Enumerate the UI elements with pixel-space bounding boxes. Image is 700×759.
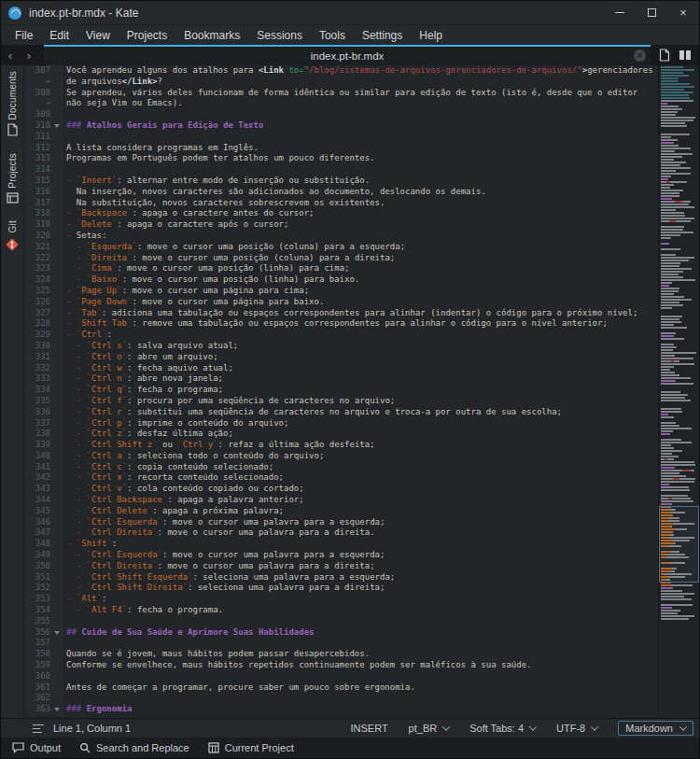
editor-line[interactable]: 346 - `Ctrl Esquerda`: move o cursor uma…: [24, 517, 658, 528]
line-number[interactable]: 357: [24, 638, 52, 649]
sidebar-tab-projects[interactable]: Projects: [7, 149, 19, 207]
line-number[interactable]: 337: [24, 418, 52, 429]
editor-line[interactable]: 351 - `Ctrl Shift Esquerda`: seleciona u…: [24, 572, 658, 583]
dictionary-select[interactable]: pt_BR: [409, 723, 450, 734]
line-number[interactable]: 351: [24, 572, 52, 583]
editor-line[interactable]: 312A lista considera programas em Inglês…: [24, 143, 658, 154]
fold-column[interactable]: [52, 495, 63, 506]
line-number[interactable]: 335: [24, 396, 52, 407]
minimize-button[interactable]: [604, 1, 636, 24]
line-number[interactable]: 307: [24, 65, 52, 77]
line-number[interactable]: 356: [24, 627, 52, 639]
menu-bookmarks[interactable]: Bookmarks: [175, 27, 248, 44]
fold-column[interactable]: [52, 219, 63, 231]
line-number[interactable]: 324: [24, 274, 52, 286]
editor-line[interactable]: 325- `Page Up`: move o cursor uma página…: [24, 286, 658, 297]
fold-column[interactable]: [52, 341, 63, 352]
menu-projects[interactable]: Projects: [119, 27, 175, 44]
toolview-button-output[interactable]: Output: [12, 742, 61, 753]
editor-line[interactable]: 336 - `Ctrl r`: substitui uma seqüência …: [24, 407, 658, 418]
fold-column[interactable]: [52, 385, 63, 396]
fold-column[interactable]: [52, 472, 63, 484]
fold-column[interactable]: [52, 352, 63, 363]
editor-line[interactable]: 359Conforme se envelhece, maus hábitos r…: [24, 660, 658, 671]
editor-line[interactable]: 313Programas em Português podem ter atal…: [24, 153, 658, 164]
fold-column[interactable]: [52, 638, 63, 649]
fold-column[interactable]: [52, 242, 63, 253]
line-number[interactable]: 309: [24, 109, 52, 120]
fold-column[interactable]: [52, 120, 63, 132]
editor-line[interactable]: 326- `Page Down`: move o cursor uma pági…: [24, 297, 658, 308]
line-number[interactable]: 358: [24, 649, 52, 660]
editor-line[interactable]: 322 - `Direita`: move o cursor uma posiç…: [24, 253, 658, 264]
fold-column[interactable]: [52, 550, 63, 561]
line-number[interactable]: 318: [24, 208, 52, 219]
sidebar-tab-git[interactable]: Git: [5, 217, 20, 255]
fold-column[interactable]: [52, 198, 63, 209]
editor-line[interactable]: 363### Ergonomia: [24, 704, 658, 715]
editor-line[interactable]: 339 - `Ctrl Shift z` ou `Ctrl y`: refaz …: [24, 440, 658, 451]
maximize-button[interactable]: [636, 1, 667, 24]
editor-line[interactable]: 337 - `Ctrl p`: imprime o conteúdo do ar…: [24, 418, 658, 429]
editor-line[interactable]: ↩de arquivos</Link>?: [24, 77, 658, 88]
editor-line[interactable]: 335 - `Ctrl f`: procura por uma seqüênci…: [24, 396, 658, 407]
editor-line[interactable]: 350 - `Ctrl Direita`: move o cursor uma …: [24, 561, 658, 572]
editor-line[interactable]: 323 - `Cima`: move o cursor uma posição …: [24, 263, 658, 274]
fold-column[interactable]: [52, 143, 63, 154]
fold-arrow-icon[interactable]: [54, 708, 60, 711]
fold-column[interactable]: [52, 572, 63, 583]
line-number[interactable]: 348: [24, 539, 52, 550]
editor-line[interactable]: 327- `Tab`: adiciona uma tabulação ou es…: [24, 308, 658, 319]
fold-column[interactable]: [52, 418, 63, 429]
editor-line[interactable]: 334 - `Ctrl q`: fecha o programa;: [24, 385, 658, 396]
line-number[interactable]: 344: [24, 495, 52, 506]
fold-column[interactable]: [52, 231, 63, 242]
fold-arrow-icon[interactable]: [54, 631, 60, 635]
line-number[interactable]: 319: [24, 219, 52, 231]
encoding-select[interactable]: UTF-8: [556, 723, 597, 734]
editor-line[interactable]: 332 - `Ctrl w`: fecha aquivo atual;: [24, 363, 658, 374]
line-number[interactable]: 349: [24, 550, 52, 561]
editor-line[interactable]: 352 - `Ctrl Shift Direita`: seleciona um…: [24, 583, 658, 594]
editor-line[interactable]: 310### Atalhos Gerais para Edição de Tex…: [24, 120, 658, 132]
line-number[interactable]: 353: [24, 594, 52, 605]
fold-column[interactable]: [52, 153, 63, 164]
fold-column[interactable]: [52, 98, 63, 109]
editor-line[interactable]: 317 Na substituição, novos caracteres so…: [24, 198, 658, 209]
menu-view[interactable]: View: [77, 27, 119, 44]
editor-line[interactable]: 340 - `Ctrl a`: seleciona todo o conteúd…: [24, 451, 658, 462]
fold-column[interactable]: [52, 274, 63, 286]
fold-column[interactable]: [52, 109, 63, 120]
line-number[interactable]: 330: [24, 341, 52, 352]
line-number[interactable]: 345: [24, 506, 52, 517]
editor-line[interactable]: 318- `Backspace`: apaga o caractere ante…: [24, 208, 658, 219]
line-number[interactable]: ↩: [24, 77, 52, 88]
editor-line[interactable]: 360: [24, 671, 658, 682]
line-number[interactable]: 362: [24, 693, 52, 704]
line-number[interactable]: 315: [24, 176, 52, 187]
editor-line[interactable]: 311: [24, 132, 658, 143]
fold-column[interactable]: [52, 297, 63, 308]
editor-line[interactable]: 343 - `Ctrl v`: cola conteúdo copiado ou…: [24, 484, 658, 495]
fold-column[interactable]: [52, 65, 63, 77]
line-number[interactable]: 339: [24, 440, 52, 451]
editor-line[interactable]: 329- `Ctrl`:: [24, 330, 658, 341]
fold-column[interactable]: [52, 263, 63, 274]
line-number[interactable]: 329: [24, 330, 52, 341]
line-number[interactable]: 322: [24, 253, 52, 264]
editor-line[interactable]: 341 - `Ctrl c`: copia conteúdo seleciona…: [24, 462, 658, 473]
line-number[interactable]: 359: [24, 660, 52, 671]
fold-column[interactable]: [52, 164, 63, 176]
line-number[interactable]: 314: [24, 164, 52, 176]
line-number[interactable]: 332: [24, 363, 52, 374]
editor-line[interactable]: 309: [24, 109, 658, 120]
tab-close-icon[interactable]: ×: [634, 49, 646, 62]
editor-line[interactable]: 348- `Shift`:: [24, 539, 658, 550]
line-number[interactable]: 350: [24, 561, 52, 572]
fold-column[interactable]: [52, 396, 63, 407]
input-mode[interactable]: INSERT: [350, 723, 387, 734]
fold-column[interactable]: [52, 693, 63, 704]
editor-line[interactable]: ↩não seja Vim ou Emacs).: [24, 98, 658, 109]
editor-line[interactable]: 324 - `Baixo`: move o cursor uma posição…: [24, 274, 658, 286]
editor-line[interactable]: 356## Cuide de Sua Saúde e Aprimore Suas…: [24, 627, 658, 639]
